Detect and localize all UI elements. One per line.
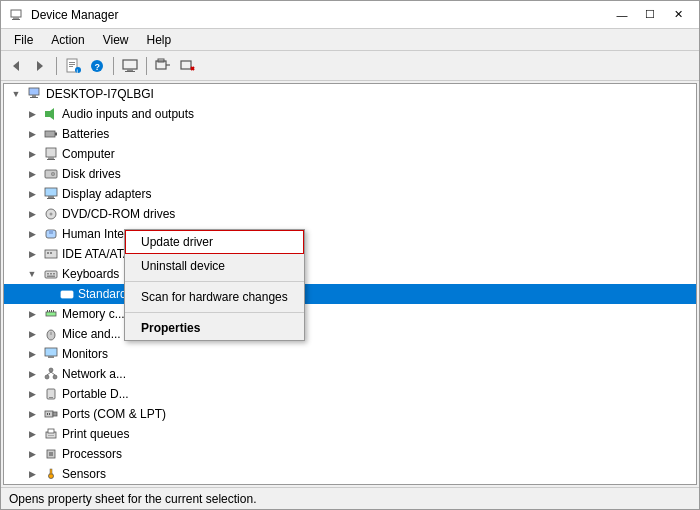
menu-help[interactable]: Help: [138, 30, 181, 50]
portable-label: Portable D...: [62, 387, 129, 401]
tree-item-disk[interactable]: ▶ Disk drives: [4, 164, 696, 184]
tree-item-ports[interactable]: ▶ Ports (COM & LPT): [4, 404, 696, 424]
svg-marker-3: [13, 61, 19, 71]
tree-item-network[interactable]: ▶ Network a...: [4, 364, 696, 384]
remove-button[interactable]: [176, 55, 198, 77]
tree-item-sensors[interactable]: ▶ Sensors: [4, 464, 696, 484]
close-button[interactable]: ✕: [665, 5, 691, 25]
monitors-label: Monitors: [62, 347, 108, 361]
tree-item-memory[interactable]: ▶ Memory c...: [4, 304, 696, 324]
tree-item-processors[interactable]: ▶ Processors: [4, 444, 696, 464]
processors-label: Processors: [62, 447, 122, 461]
tree-item-computer[interactable]: ▶ Computer: [4, 144, 696, 164]
svg-line-68: [51, 372, 55, 375]
svg-rect-55: [46, 312, 56, 316]
svg-point-66: [53, 375, 57, 379]
svg-rect-24: [30, 97, 38, 98]
menu-view[interactable]: View: [94, 30, 138, 50]
pc-icon: [43, 146, 59, 162]
tree-item-ide[interactable]: ▶ IDE ATA/ATAPI controllers: [4, 244, 696, 264]
properties-button[interactable]: i: [62, 55, 84, 77]
expand-hid[interactable]: ▶: [24, 226, 40, 242]
computer-icon: [27, 86, 43, 102]
tree-item-keyboards[interactable]: ▼ Keyboards: [4, 264, 696, 284]
ports-icon: [43, 406, 59, 422]
audio-label: Audio inputs and outputs: [62, 107, 194, 121]
mice-label: Mice and...: [62, 327, 121, 341]
expand-ports[interactable]: ▶: [24, 406, 40, 422]
expand-network[interactable]: ▶: [24, 366, 40, 382]
expand-sensors[interactable]: ▶: [24, 466, 40, 482]
svg-point-64: [49, 368, 53, 372]
svg-rect-15: [125, 71, 135, 72]
ctx-scan-hardware[interactable]: Scan for hardware changes: [125, 285, 304, 309]
svg-rect-14: [127, 69, 133, 71]
expand-stdhid[interactable]: [40, 286, 56, 302]
toolbar-separator-1: [56, 57, 57, 75]
keyboards-label: Keyboards: [62, 267, 119, 281]
expand-portable[interactable]: ▶: [24, 386, 40, 402]
ide-icon: [43, 246, 59, 262]
svg-point-65: [45, 375, 49, 379]
ctx-update-driver[interactable]: Update driver: [125, 230, 304, 254]
ctx-properties[interactable]: Properties: [125, 316, 304, 340]
portable-icon: [43, 386, 59, 402]
ctx-separator-1: [125, 281, 304, 282]
tree-item-dvd[interactable]: ▶ DVD/CD-ROM drives: [4, 204, 696, 224]
back-button[interactable]: [5, 55, 27, 77]
expand-ide[interactable]: ▶: [24, 246, 40, 262]
expand-computer[interactable]: ▶: [24, 146, 40, 162]
svg-rect-25: [45, 111, 50, 117]
maximize-button[interactable]: ☐: [637, 5, 663, 25]
scan-button[interactable]: [152, 55, 174, 77]
forward-button[interactable]: [29, 55, 51, 77]
tree-item-monitors[interactable]: ▶ Monitors: [4, 344, 696, 364]
toolbar-separator-3: [146, 57, 147, 75]
processor-icon: [43, 446, 59, 462]
tree-item-print[interactable]: ▶ Print queues: [4, 424, 696, 444]
expand-keyboards[interactable]: ▼: [24, 266, 40, 282]
sensors-label: Sensors: [62, 467, 106, 481]
expand-monitors[interactable]: ▶: [24, 346, 40, 362]
ctx-uninstall-device[interactable]: Uninstall device: [125, 254, 304, 278]
svg-rect-31: [47, 159, 55, 160]
tree-item-batteries[interactable]: ▶ Batteries: [4, 124, 696, 144]
title-bar: Device Manager — ☐ ✕: [1, 1, 699, 29]
tree-item-mice[interactable]: ▶ Mice and...: [4, 324, 696, 344]
tree-item-hid[interactable]: ▶ Human Interface Devices: [4, 224, 696, 244]
svg-rect-43: [47, 252, 49, 254]
expand-audio[interactable]: ▶: [24, 106, 40, 122]
ctx-separator-2: [125, 312, 304, 313]
svg-rect-58: [51, 310, 52, 312]
tree-item-software[interactable]: ▶ Software devices: [4, 484, 696, 485]
monitor-button[interactable]: [119, 55, 141, 77]
tree-item-stdhid[interactable]: Standard PS/2 Keyboard: [4, 284, 696, 304]
expand-display[interactable]: ▶: [24, 186, 40, 202]
svg-rect-62: [45, 348, 57, 356]
device-tree[interactable]: ▼ DESKTOP-I7QLBGI ▶: [3, 83, 697, 485]
minimize-button[interactable]: —: [609, 5, 635, 25]
expand-disk[interactable]: ▶: [24, 166, 40, 182]
expand-dvd[interactable]: ▶: [24, 206, 40, 222]
expand-root[interactable]: ▼: [8, 86, 24, 102]
expand-mice[interactable]: ▶: [24, 326, 40, 342]
help-button[interactable]: ?: [86, 55, 108, 77]
tree-item-root[interactable]: ▼ DESKTOP-I7QLBGI: [4, 84, 696, 104]
expand-batteries[interactable]: ▶: [24, 126, 40, 142]
tree-item-portable[interactable]: ▶ Portable D...: [4, 384, 696, 404]
expand-print[interactable]: ▶: [24, 426, 40, 442]
svg-marker-26: [50, 108, 54, 120]
menu-file[interactable]: File: [5, 30, 42, 50]
expand-memory[interactable]: ▶: [24, 306, 40, 322]
svg-rect-1: [13, 17, 19, 19]
keyboard2-icon: [59, 286, 75, 302]
svg-rect-77: [48, 435, 54, 436]
svg-rect-48: [53, 273, 55, 275]
sensors-icon: [43, 466, 59, 482]
expand-processors[interactable]: ▶: [24, 446, 40, 462]
menu-action[interactable]: Action: [42, 30, 93, 50]
svg-rect-54: [63, 296, 71, 298]
tree-item-audio[interactable]: ▶ Audio inputs and outputs: [4, 104, 696, 124]
svg-rect-59: [53, 310, 54, 312]
tree-item-display[interactable]: ▶ Display adapters: [4, 184, 696, 204]
